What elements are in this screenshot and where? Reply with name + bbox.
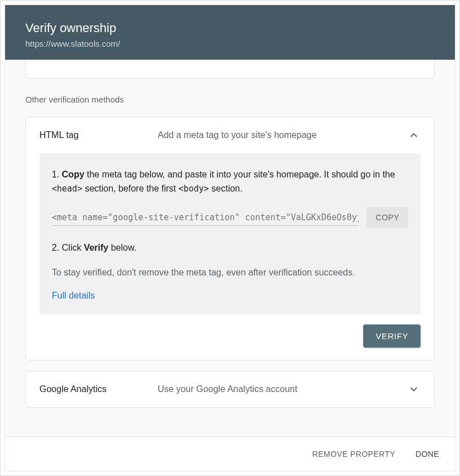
property-url: https://www.slatools.com/ <box>25 39 435 48</box>
section-label-other-methods: Other verification methods <box>25 95 435 104</box>
instruction-step-2: 2. Click Verify below. <box>52 241 408 255</box>
instruction-step-1: 1. Copy the meta tag below, and paste it… <box>52 168 408 196</box>
method-header-html-tag[interactable]: HTML tag Add a meta tag to your site's h… <box>26 117 434 153</box>
meta-tag-row: <meta name="google-site-verification" co… <box>52 207 408 228</box>
method-desc: Use your Google Analytics account <box>158 384 407 394</box>
verify-ownership-dialog: Verify ownership https://www.slatools.co… <box>5 5 455 471</box>
method-name: Google Analytics <box>39 384 158 394</box>
method-body-html-tag: 1. Copy the meta tag below, and paste it… <box>39 153 421 314</box>
dialog-header: Verify ownership https://www.slatools.co… <box>5 5 455 60</box>
method-card-html-tag: HTML tag Add a meta tag to your site's h… <box>25 117 435 361</box>
verification-note: To stay verified, don't remove the meta … <box>52 266 408 279</box>
meta-tag-field[interactable]: <meta name="google-site-verification" co… <box>52 209 359 226</box>
method-desc: Add a meta tag to your site's homepage <box>158 130 407 140</box>
verify-button[interactable]: VERIFY <box>363 324 421 348</box>
dialog-footer: REMOVE PROPERTY DONE <box>5 437 455 471</box>
full-details-link[interactable]: Full details <box>52 291 95 300</box>
chevron-up-icon <box>407 128 421 142</box>
method-header-google-analytics[interactable]: Google Analytics Use your Google Analyti… <box>26 371 434 407</box>
copy-button[interactable]: COPY <box>367 207 408 228</box>
remove-property-button[interactable]: REMOVE PROPERTY <box>310 446 398 462</box>
method-card-google-analytics: Google Analytics Use your Google Analyti… <box>25 371 435 408</box>
method-actions: VERIFY <box>26 324 434 360</box>
method-name: HTML tag <box>39 130 158 140</box>
dialog-body[interactable]: Other verification methods HTML tag Add … <box>5 60 455 437</box>
dialog-title: Verify ownership <box>25 21 435 35</box>
chevron-down-icon <box>407 382 421 396</box>
done-button[interactable]: DONE <box>413 446 441 462</box>
previous-card-bottom <box>25 60 435 79</box>
